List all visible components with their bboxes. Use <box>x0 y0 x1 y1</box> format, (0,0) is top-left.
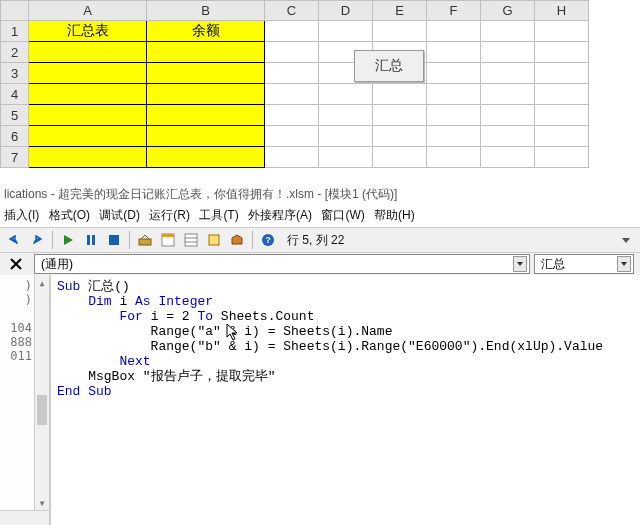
cell-F7[interactable] <box>427 147 481 168</box>
project-explorer-icon[interactable] <box>158 230 178 250</box>
cell-A7[interactable] <box>29 147 147 168</box>
menu-help[interactable]: 帮助(H) <box>374 208 415 222</box>
cell-D7[interactable] <box>319 147 373 168</box>
cell-B4[interactable] <box>147 84 265 105</box>
cell-E7[interactable] <box>373 147 427 168</box>
cell-D1[interactable] <box>319 21 373 42</box>
cell-F6[interactable] <box>427 126 481 147</box>
menu-debug[interactable]: 调试(D) <box>99 208 140 222</box>
menu-tools[interactable]: 工具(T) <box>199 208 238 222</box>
cell-C3[interactable] <box>265 63 319 84</box>
menu-format[interactable]: 格式(O) <box>49 208 90 222</box>
select-all-corner[interactable] <box>1 1 29 21</box>
cell-A1[interactable]: 汇总表 <box>29 21 147 42</box>
col-header-H[interactable]: H <box>535 1 589 21</box>
cell-G6[interactable] <box>481 126 535 147</box>
cell-H2[interactable] <box>535 42 589 63</box>
redo-icon[interactable] <box>27 230 47 250</box>
cell-C1[interactable] <box>265 21 319 42</box>
cell-E6[interactable] <box>373 126 427 147</box>
object-dropdown[interactable]: (通用) <box>34 254 530 274</box>
cell-A3[interactable] <box>29 63 147 84</box>
scroll-up-icon[interactable]: ▴ <box>35 275 49 290</box>
col-header-D[interactable]: D <box>319 1 373 21</box>
cell-G7[interactable] <box>481 147 535 168</box>
col-header-F[interactable]: F <box>427 1 481 21</box>
cell-F5[interactable] <box>427 105 481 126</box>
cell-E5[interactable] <box>373 105 427 126</box>
cell-A4[interactable] <box>29 84 147 105</box>
row-header-7[interactable]: 7 <box>1 147 29 168</box>
cell-F1[interactable] <box>427 21 481 42</box>
left-pane-scrollbar[interactable]: ▴ ▾ <box>34 275 49 525</box>
svg-text:?: ? <box>265 235 271 245</box>
cell-G4[interactable] <box>481 84 535 105</box>
cell-C7[interactable] <box>265 147 319 168</box>
cell-B3[interactable] <box>147 63 265 84</box>
cell-B1[interactable]: 余额 <box>147 21 265 42</box>
row-header-3[interactable]: 3 <box>1 63 29 84</box>
cell-A6[interactable] <box>29 126 147 147</box>
properties-icon[interactable] <box>181 230 201 250</box>
cell-H4[interactable] <box>535 84 589 105</box>
procedure-dropdown[interactable]: 汇总 <box>534 254 634 274</box>
cell-E1[interactable] <box>373 21 427 42</box>
menu-insert[interactable]: 插入(I) <box>4 208 39 222</box>
toolbar-dropdown-icon[interactable] <box>616 230 636 250</box>
cell-C5[interactable] <box>265 105 319 126</box>
summary-button[interactable]: 汇总 <box>354 50 424 82</box>
help-icon[interactable]: ? <box>258 230 278 250</box>
cell-G1[interactable] <box>481 21 535 42</box>
cell-G3[interactable] <box>481 63 535 84</box>
cell-D4[interactable] <box>319 84 373 105</box>
cell-E4[interactable] <box>373 84 427 105</box>
pause-icon[interactable] <box>81 230 101 250</box>
cell-H7[interactable] <box>535 147 589 168</box>
svg-rect-1 <box>92 235 95 245</box>
cell-C4[interactable] <box>265 84 319 105</box>
cell-B5[interactable] <box>147 105 265 126</box>
row-header-4[interactable]: 4 <box>1 84 29 105</box>
cell-A2[interactable] <box>29 42 147 63</box>
design-mode-icon[interactable] <box>135 230 155 250</box>
cell-H1[interactable] <box>535 21 589 42</box>
col-header-B[interactable]: B <box>147 1 265 21</box>
close-pane-icon[interactable] <box>0 253 32 275</box>
menu-addins[interactable]: 外接程序(A) <box>248 208 312 222</box>
cell-D5[interactable] <box>319 105 373 126</box>
col-header-E[interactable]: E <box>373 1 427 21</box>
cell-B2[interactable] <box>147 42 265 63</box>
cell-G5[interactable] <box>481 105 535 126</box>
cell-C2[interactable] <box>265 42 319 63</box>
row-header-5[interactable]: 5 <box>1 105 29 126</box>
cell-G2[interactable] <box>481 42 535 63</box>
object-browser-icon[interactable] <box>204 230 224 250</box>
left-pane-hscroll[interactable] <box>0 510 49 525</box>
cell-B6[interactable] <box>147 126 265 147</box>
col-header-A[interactable]: A <box>29 1 147 21</box>
cell-H5[interactable] <box>535 105 589 126</box>
cell-H3[interactable] <box>535 63 589 84</box>
row-header-1[interactable]: 1 <box>1 21 29 42</box>
undo-icon[interactable] <box>4 230 24 250</box>
row-header-6[interactable]: 6 <box>1 126 29 147</box>
cell-D6[interactable] <box>319 126 373 147</box>
cell-B7[interactable] <box>147 147 265 168</box>
col-header-G[interactable]: G <box>481 1 535 21</box>
stop-icon[interactable] <box>104 230 124 250</box>
cell-F3[interactable] <box>427 63 481 84</box>
run-icon[interactable] <box>58 230 78 250</box>
row-header-2[interactable]: 2 <box>1 42 29 63</box>
col-header-C[interactable]: C <box>265 1 319 21</box>
code-editor[interactable]: Sub 汇总() Dim i As Integer For i = 2 To S… <box>50 275 640 525</box>
cell-F4[interactable] <box>427 84 481 105</box>
menu-run[interactable]: 运行(R) <box>149 208 190 222</box>
scroll-thumb[interactable] <box>37 395 47 425</box>
cell-C6[interactable] <box>265 126 319 147</box>
toolbox-icon[interactable] <box>227 230 247 250</box>
cell-F2[interactable] <box>427 42 481 63</box>
cell-H6[interactable] <box>535 126 589 147</box>
scroll-down-icon[interactable]: ▾ <box>35 495 49 510</box>
menu-window[interactable]: 窗口(W) <box>321 208 364 222</box>
cell-A5[interactable] <box>29 105 147 126</box>
